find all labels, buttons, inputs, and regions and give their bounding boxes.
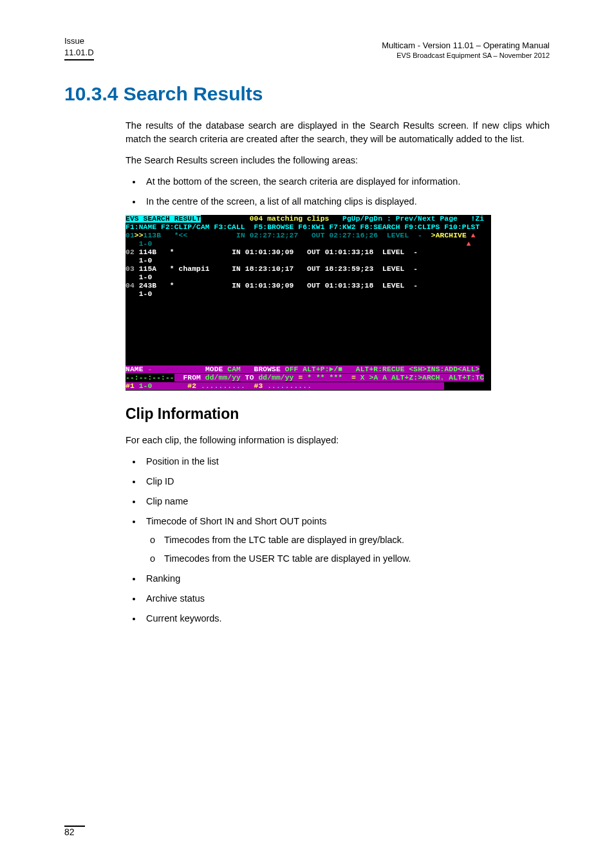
intro-para-1: The results of the database search are d… — [126, 119, 550, 146]
clip-info-subitem: Timecodes from the LTC table are display… — [164, 533, 550, 547]
section-heading: 10.3.4 Search Results — [64, 83, 550, 105]
intro-bullet: In the centre of the screen, a list of a… — [142, 195, 550, 208]
clip-info-list: Position in the list Clip ID Clip name T… — [142, 455, 550, 625]
clip-info-heading: Clip Information — [126, 403, 550, 425]
term-row-pos: 02 — [126, 248, 135, 256]
terminal-screenshot: EVS SEARCH RESULT 004 matching clips PgU… — [126, 215, 491, 391]
page-header: Issue 11.01.D Multicam - Version 11.01 –… — [64, 35, 550, 60]
clip-info-item: Ranking — [142, 572, 550, 586]
clip-info-subitem: Timecodes from the USER TC table are dis… — [164, 552, 550, 566]
intro-bullet: At the bottom of the screen, the search … — [142, 175, 550, 189]
term-title-left: EVS SEARCH RESULT — [126, 215, 201, 223]
clip-info-item: Timecode of Short IN and Short OUT point… — [142, 515, 550, 566]
body-content: The results of the database search are d… — [126, 119, 550, 625]
clip-info-sublist: Timecodes from the LTC table are display… — [164, 533, 550, 566]
issue-label: Issue — [64, 36, 84, 46]
term-row-pos: 01 — [126, 232, 135, 239]
clip-info-item: Clip name — [142, 495, 550, 508]
doc-title-block: Multicam - Version 11.01 – Operating Man… — [382, 40, 550, 60]
issue-block: Issue 11.01.D — [64, 35, 94, 60]
page-number: 82 — [64, 826, 85, 837]
doc-title: Multicam - Version 11.01 – Operating Man… — [382, 40, 550, 51]
clip-info-item: Clip ID — [142, 475, 550, 488]
clip-info-item: Archive status — [142, 592, 550, 605]
term-row-pos: 03 — [126, 265, 135, 273]
term-page-nav: PgUp/PgDn : Prev/Next Page !Zi — [342, 215, 484, 223]
clip-info-item: Current keywords. — [142, 612, 550, 625]
clip-info-item: Position in the list — [142, 455, 550, 468]
term-row-pos: 04 — [126, 282, 135, 290]
issue-value: 11.01.D — [64, 48, 94, 57]
intro-bullets: At the bottom of the screen, the search … — [142, 175, 550, 208]
doc-subtitle: EVS Broadcast Equipment SA – November 20… — [382, 51, 550, 60]
intro-para-2: The Search Results screen includes the f… — [126, 154, 550, 167]
term-footer-name: NAME — [126, 365, 144, 373]
term-matching: 004 matching clips — [250, 215, 330, 223]
term-fkeys: F1:NAME F2:CLIP/CAM F3:CALL F5:BROWSE F6… — [126, 223, 479, 231]
clip-info-intro: For each clip, the following information… — [126, 434, 550, 447]
